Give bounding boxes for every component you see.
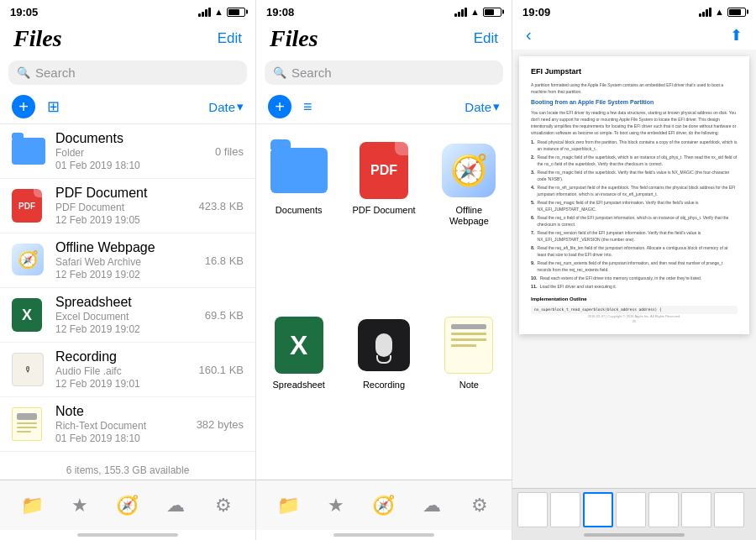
doc-list-item-11: 11. Load the EFI driver and start execut…	[531, 283, 738, 290]
signal-bars-left	[198, 8, 211, 17]
file-item-documents[interactable]: Documents Folder 01 Feb 2019 18:10 0 fil…	[0, 124, 255, 179]
add-button-mid[interactable]: +	[268, 95, 291, 118]
edit-button-mid[interactable]: Edit	[474, 30, 498, 47]
status-icons-mid: ▲	[454, 7, 501, 17]
grid-view-button[interactable]: ⊞	[47, 97, 60, 116]
file-size-spreadsheet: 69.5 KB	[205, 309, 244, 322]
doc-list-item-4: 4. Read the nx_efi_jumpstart field of th…	[531, 184, 738, 197]
grid-label-recording: Recording	[363, 380, 405, 391]
share-button[interactable]: ⬆	[730, 26, 743, 45]
thumb-3[interactable]	[583, 492, 613, 527]
list-text-10: Read each extent of the EFI driver into …	[540, 275, 702, 281]
mid-panel: 19:08 ▲ Files Edit 🔍 Search + ≡	[256, 0, 512, 540]
big-folder-icon	[270, 148, 328, 193]
doc-intro: A partition formatted using the Apple Fi…	[531, 81, 738, 95]
sort-label-left: Date	[208, 100, 235, 114]
home-bar-left	[77, 533, 178, 537]
file-count-footer: 6 items, 155.3 GB available	[0, 459, 255, 480]
grid-label-note: Note	[459, 380, 479, 391]
status-bar-mid: 19:08 ▲	[256, 0, 512, 22]
big-note-line-2	[451, 338, 486, 341]
sort-button-mid[interactable]: Date ▾	[465, 99, 500, 114]
tab-favorites-left[interactable]: ★	[56, 495, 104, 516]
add-button-left[interactable]: +	[12, 95, 35, 118]
grid-item-safari[interactable]: 🧭 OfflineWebpage	[427, 133, 512, 307]
file-size-documents: 0 files	[215, 145, 244, 158]
thumb-7[interactable]	[714, 492, 744, 527]
grid-item-documents[interactable]: Documents	[256, 133, 341, 307]
file-item-note[interactable]: Note Rich-Text Document 01 Feb 2019 18:1…	[0, 397, 255, 452]
tab-favorites-mid[interactable]: ★	[312, 495, 360, 516]
grid-item-recording[interactable]: Recording	[341, 307, 426, 471]
list-text-9: Read the nej_num_extents field of the ju…	[538, 260, 738, 273]
file-name-documents: Documents	[55, 131, 215, 146]
grid-item-pdf[interactable]: PDF PDF Document	[341, 133, 426, 307]
tab-files-left[interactable]: 📁	[8, 495, 56, 516]
file-name-recording: Recording	[55, 349, 199, 364]
file-item-recording[interactable]: 🎙 Recording Audio File .aifc 12 Feb 2019…	[0, 343, 255, 397]
browse-tab-icon-mid: 🧭	[372, 495, 395, 516]
search-bar-left[interactable]: 🔍 Search	[8, 60, 247, 85]
grid-item-spreadsheet[interactable]: X Spreadsheet	[256, 307, 341, 471]
note-line-top	[17, 413, 37, 420]
wifi-icon-left: ▲	[214, 7, 223, 17]
tab-files-mid[interactable]: 📁	[265, 495, 312, 516]
search-input-mid[interactable]: Search	[291, 66, 332, 80]
file-type-documents: Folder	[55, 147, 215, 159]
note-icon	[12, 407, 42, 441]
file-date-safari: 12 Feb 2019 19:02	[55, 269, 205, 280]
battery-icon-mid	[483, 8, 501, 17]
search-icon-left: 🔍	[17, 66, 30, 79]
search-input-left[interactable]: Search	[35, 66, 76, 80]
tab-settings-left[interactable]: ⚙	[199, 495, 247, 516]
thumb-4[interactable]	[616, 492, 646, 527]
grid-item-note[interactable]: Note	[427, 307, 512, 471]
back-arrow-icon: ‹	[526, 25, 532, 45]
status-icons-left: ▲	[198, 7, 245, 17]
edit-button-left[interactable]: Edit	[218, 30, 242, 47]
file-list-left: Documents Folder 01 Feb 2019 18:10 0 fil…	[0, 124, 255, 459]
left-panel: 19:05 ▲ Files Edit 🔍 Search + ⊞	[0, 0, 256, 540]
file-item-pdf[interactable]: PDF PDF Document PDF Document 12 Feb 201…	[0, 179, 255, 233]
file-item-spreadsheet[interactable]: X Spreadsheet Excel Document 12 Feb 2019…	[0, 288, 255, 343]
audio-icon-wrap: 🎙	[12, 353, 45, 386]
status-bar-right: 19:09 ▲	[512, 0, 756, 22]
file-info-recording: Recording Audio File .aifc 12 Feb 2019 1…	[55, 349, 199, 390]
thumb-1[interactable]	[517, 492, 548, 527]
sort-button-left[interactable]: Date ▾	[208, 99, 244, 114]
thumb-6[interactable]	[681, 492, 711, 527]
list-text-5: Read the nej_magic field of the EFI jump…	[538, 199, 738, 212]
file-date-documents: 01 Feb 2019 18:10	[55, 160, 215, 171]
doc-list-item-5: 5. Read the nej_magic field of the EFI j…	[531, 199, 738, 212]
thumb-5[interactable]	[648, 492, 679, 527]
tab-settings-mid[interactable]: ⚙	[455, 495, 503, 516]
big-safari-icon: 🧭	[442, 144, 496, 197]
toolbar-left-actions: + ⊞	[12, 95, 60, 118]
document-viewer: EFI Jumpstart A partition formatted usin…	[512, 50, 756, 488]
tab-browse-left[interactable]: 🧭	[104, 495, 152, 516]
back-button[interactable]: ‹	[526, 25, 532, 45]
thumb-2[interactable]	[550, 492, 580, 527]
search-bar-mid[interactable]: 🔍 Search	[265, 60, 503, 85]
file-item-safari[interactable]: 🧭 Offline Webpage Safari Web Archive 12 …	[0, 233, 255, 288]
tab-icloud-left[interactable]: ☁	[151, 495, 199, 516]
signal-bar-m3	[461, 9, 464, 17]
grid-label-spreadsheet: Spreadsheet	[272, 380, 324, 391]
list-view-button[interactable]: ≡	[303, 98, 312, 116]
file-date-note: 01 Feb 2019 18:10	[55, 433, 197, 444]
tab-icloud-mid[interactable]: ☁	[407, 495, 455, 516]
grid-label-pdf: PDF Document	[352, 205, 415, 216]
big-pdf-icon: PDF	[360, 142, 408, 199]
battery-icon-left	[227, 8, 245, 17]
status-bar-left: 19:05 ▲	[0, 0, 255, 22]
file-name-safari: Offline Webpage	[55, 240, 205, 255]
big-note-icon	[444, 317, 493, 374]
file-info-pdf: PDF Document PDF Document 12 Feb 2019 19…	[55, 186, 199, 226]
settings-tab-icon-mid: ⚙	[471, 495, 488, 516]
home-indicator-right	[512, 530, 756, 540]
file-size-note: 382 bytes	[197, 418, 244, 431]
document-page: EFI Jumpstart A partition formatted usin…	[519, 56, 749, 334]
list-text-6: Read the nej_o field of the EFI jumpstar…	[538, 214, 738, 228]
tab-browse-mid[interactable]: 🧭	[360, 495, 408, 516]
grid-recording-icon-wrap	[354, 316, 413, 375]
